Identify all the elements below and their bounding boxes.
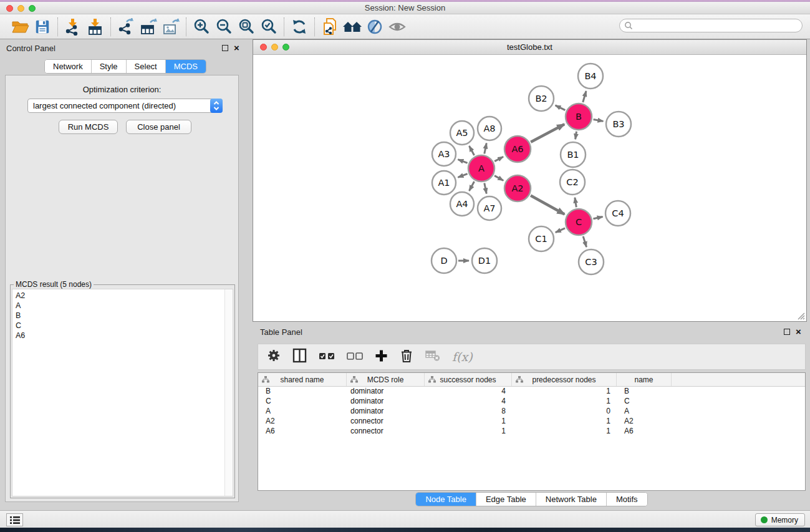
mcds-result-title: MCDS result (5 nodes)	[14, 280, 94, 289]
result-scrollbar[interactable]	[224, 289, 233, 496]
graph-edge-A-A3[interactable]	[458, 160, 467, 163]
column-header-predecessor-nodes[interactable]: predecessor nodes	[512, 373, 617, 386]
memory-status-icon	[761, 516, 768, 523]
eye-icon[interactable]	[386, 17, 408, 37]
add-column-icon[interactable]	[375, 349, 388, 365]
graph-edge-A-A7[interactable]	[485, 183, 486, 194]
tab-motifs[interactable]: Motifs	[607, 493, 647, 506]
delete-column-icon[interactable]	[400, 349, 413, 365]
table-row[interactable]: A2 connector 1 1 A2	[258, 417, 805, 427]
tab-select[interactable]: Select	[127, 60, 166, 73]
close-panel-button[interactable]: Close panel	[126, 120, 191, 134]
graph-edge-A6-B[interactable]	[531, 124, 564, 142]
graph-edge-C-C3[interactable]	[583, 236, 586, 247]
tab-node-table[interactable]: Node Table	[416, 493, 476, 506]
graph-edge-C-C2[interactable]	[575, 198, 576, 208]
graph-edge-A-A5[interactable]	[469, 146, 474, 155]
graph-node-label-B4: B4	[584, 71, 596, 81]
mcds-result-list: A2 A B C A6	[12, 289, 233, 496]
zoom-fit-icon[interactable]	[235, 17, 258, 37]
home-icon[interactable]	[341, 17, 364, 37]
tab-style[interactable]: Style	[92, 60, 127, 73]
graph-edge-C-C1[interactable]	[556, 228, 565, 233]
search-input[interactable]	[635, 21, 802, 30]
graph-edge-A-A8[interactable]	[485, 143, 486, 154]
select-all-icon[interactable]	[319, 351, 335, 362]
tab-mcds[interactable]: MCDS	[166, 60, 206, 73]
graph-node-label-A5: A5	[456, 128, 468, 138]
task-history-button[interactable]	[6, 513, 23, 526]
result-item[interactable]: A2	[12, 291, 224, 301]
delete-table-icon[interactable]	[425, 349, 440, 364]
tab-edge-table[interactable]: Edge Table	[476, 493, 536, 506]
column-header-successor-nodes[interactable]: successor nodes	[425, 373, 512, 386]
network-minimize-button[interactable]	[271, 44, 278, 51]
result-item[interactable]: C	[12, 321, 224, 331]
column-header-shared-name[interactable]: shared name	[258, 373, 347, 386]
minimize-window-button[interactable]	[17, 5, 24, 12]
graph-edge-B-B1[interactable]	[576, 132, 577, 140]
table-row[interactable]: A6 connector 1 1 A6	[258, 427, 805, 437]
table-header-row: shared name MCDS role successor nodes pr…	[258, 373, 805, 387]
open-file-icon[interactable]	[9, 17, 31, 37]
window-resize-grip[interactable]	[796, 311, 805, 320]
export-table-icon[interactable]	[137, 17, 160, 37]
close-table-panel-icon[interactable]: ×	[796, 329, 801, 335]
maximize-window-button[interactable]	[29, 5, 36, 12]
table-row[interactable]: A dominator 8 0 A	[258, 407, 805, 417]
graph-edge-A-A6[interactable]	[494, 157, 503, 161]
column-visibility-icon[interactable]	[292, 348, 307, 365]
function-builder-icon[interactable]: f(x)	[452, 350, 473, 364]
graph-edge-C-C4[interactable]	[593, 216, 602, 218]
network-maximize-button[interactable]	[282, 44, 289, 51]
graph-edge-A-A1[interactable]	[458, 174, 467, 178]
refresh-layout-icon[interactable]	[288, 17, 311, 37]
network-view-window: testGlobe.txt B4B2BB3A8A5A6A3B1AC2A1A2A4…	[253, 39, 807, 322]
save-session-icon[interactable]	[31, 17, 54, 37]
export-network-icon[interactable]	[115, 17, 137, 37]
dropdown-stepper-icon	[210, 99, 223, 113]
tab-network[interactable]: Network	[45, 60, 92, 73]
result-item[interactable]: A6	[12, 331, 224, 341]
network-graph-canvas[interactable]: B4B2BB3A8A5A6A3B1AC2A1A2A4A7C4CC1C3DD1	[253, 55, 806, 321]
close-panel-icon[interactable]: ×	[234, 45, 239, 51]
float-panel-icon[interactable]	[222, 45, 228, 51]
result-item[interactable]: B	[12, 311, 224, 321]
toggle-visibility-icon[interactable]	[364, 17, 386, 37]
toolbar-separator	[314, 17, 315, 36]
column-header-name[interactable]: name	[617, 373, 672, 386]
zoom-in-icon[interactable]	[190, 17, 213, 37]
memory-button[interactable]: Memory	[755, 513, 805, 526]
duplicate-network-icon[interactable]	[319, 17, 341, 37]
criterion-dropdown[interactable]: largest connected component (directed)	[27, 99, 223, 113]
graph-edge-B-B2[interactable]	[556, 105, 566, 110]
graph-edge-B-B4[interactable]	[583, 91, 586, 102]
settings-gear-icon[interactable]	[267, 349, 281, 365]
graph-edge-A-A4[interactable]	[469, 181, 474, 191]
zoom-selected-icon[interactable]	[258, 17, 280, 37]
import-network-icon[interactable]	[62, 17, 84, 37]
graph-node-label-D1: D1	[478, 256, 491, 266]
export-image-icon[interactable]	[160, 17, 182, 37]
close-window-button[interactable]	[6, 5, 13, 12]
table-row[interactable]: B dominator 4 1 B	[258, 387, 805, 397]
graph-edge-A2-C[interactable]	[531, 196, 564, 215]
import-table-icon[interactable]	[84, 17, 107, 37]
column-header-mcds-role[interactable]: MCDS role	[347, 373, 425, 386]
network-window-title: testGlobe.txt	[253, 40, 806, 54]
network-close-button[interactable]	[260, 44, 267, 51]
deselect-all-icon[interactable]	[347, 351, 363, 362]
criterion-label: Optimization criterion:	[6, 85, 238, 94]
graph-node-label-A1: A1	[438, 178, 450, 188]
graph-edge-B-B3[interactable]	[594, 119, 604, 121]
run-mcds-button[interactable]: Run MCDS	[59, 120, 118, 134]
network-window-titlebar[interactable]: testGlobe.txt	[253, 40, 806, 55]
graph-edge-A-A2[interactable]	[494, 176, 503, 181]
float-table-panel-icon[interactable]	[784, 329, 790, 335]
table-row[interactable]: C dominator 4 1 C	[258, 397, 805, 407]
sort-tree-icon	[262, 376, 269, 383]
tab-network-table[interactable]: Network Table	[536, 493, 607, 506]
zoom-out-icon[interactable]	[213, 17, 235, 37]
toolbar-separator	[186, 17, 186, 36]
result-item[interactable]: A	[12, 301, 224, 311]
